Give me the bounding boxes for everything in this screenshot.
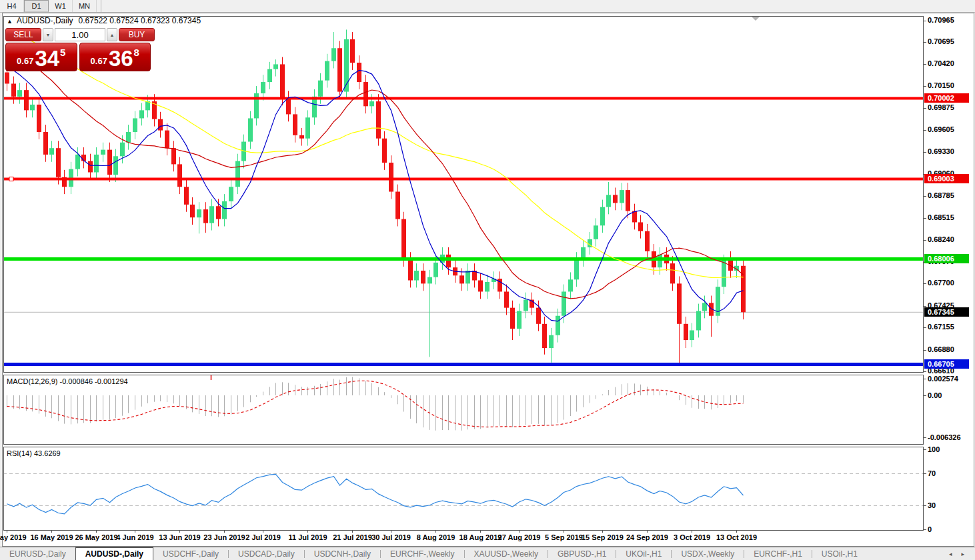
price-axis-label: 0.69605 bbox=[928, 125, 954, 133]
date-axis-label: 5 Sep 2019 bbox=[545, 533, 583, 541]
chart-tab-gbpusd[interactable]: GBPUSD-,H1 bbox=[548, 547, 616, 560]
buy-price-prefix: 0.67 bbox=[91, 56, 107, 66]
price-badge: 0.66705 bbox=[924, 359, 969, 369]
sell-price-button[interactable]: 0.67345 bbox=[5, 43, 77, 71]
chart-tab-bar: EURUSD-,DailyAUDUSD-,DailyUSDCHF-,DailyU… bbox=[0, 547, 975, 560]
date-axis-label: 8 Aug 2019 bbox=[417, 533, 455, 541]
date-axis-label: 21 Jul 2019 bbox=[333, 533, 372, 541]
buy-button[interactable]: BUY bbox=[119, 28, 155, 41]
price-axis-label: 0.70965 bbox=[928, 16, 954, 24]
chart-tab-usdchf[interactable]: USDCHF-,Daily bbox=[153, 547, 228, 560]
price-axis-label: 0.70695 bbox=[928, 37, 954, 45]
date-axis-label: 7 May 2019 bbox=[0, 533, 27, 541]
chevron-up-icon: ▲ bbox=[110, 33, 115, 37]
date-axis-label: 30 Jul 2019 bbox=[371, 533, 411, 541]
price-badge: 0.67345 bbox=[924, 307, 969, 317]
rsi-axis-label: 70 bbox=[928, 469, 936, 477]
volume-increase-button[interactable]: ▲ bbox=[107, 28, 117, 41]
price-axis-label: 0.69330 bbox=[928, 147, 954, 155]
sell-button[interactable]: SELL bbox=[5, 28, 41, 41]
buy-price-sup: 8 bbox=[134, 47, 139, 58]
chart-tab-usdx[interactable]: USDX-,Weekly bbox=[672, 547, 744, 560]
volume-decrease-button[interactable]: ▼ bbox=[43, 28, 53, 41]
price-axis-label: 0.68515 bbox=[928, 213, 954, 221]
mt4-window: H4D1W1MN ▲AUDUSD-,Daily0.67522 0.67524 0… bbox=[0, 0, 975, 560]
chart-tab-usoil[interactable]: USOil-,H1 bbox=[812, 547, 867, 560]
chart-tab-xauusd[interactable]: XAUUSD-,Weekly bbox=[465, 547, 548, 560]
timeframe-button-mn[interactable]: MN bbox=[73, 0, 97, 12]
price-badge: 0.70002 bbox=[924, 93, 969, 103]
timeframe-toolbar: H4D1W1MN bbox=[0, 0, 975, 13]
symbol-title: AUDUSD-,Daily bbox=[17, 16, 73, 25]
toolbar-separator bbox=[101, 0, 101, 12]
sell-price-prefix: 0.67 bbox=[17, 56, 33, 66]
date-axis-label: 3 Oct 2019 bbox=[674, 533, 710, 541]
chart-title: ▲AUDUSD-,Daily0.67522 0.67524 0.67323 0.… bbox=[7, 16, 201, 25]
panel-toggle-icon[interactable]: ▲ bbox=[7, 18, 13, 25]
date-axis-label: 16 May 2019 bbox=[30, 533, 73, 541]
macd-axis-label: 0.00 bbox=[928, 391, 942, 399]
rsi-axis-label: 30 bbox=[928, 501, 936, 509]
price-badge: 0.68006 bbox=[924, 254, 969, 263]
sell-price-big: 34 bbox=[35, 49, 59, 69]
date-axis-label: 11 Jul 2019 bbox=[288, 533, 327, 541]
macd-axis-label: -0.006326 bbox=[928, 433, 961, 441]
buy-price-button[interactable]: 0.67368 bbox=[79, 43, 151, 71]
chart-tab-ukoil[interactable]: UKOil-,H1 bbox=[616, 547, 671, 560]
one-click-trading-panel: SELL ▼ ▲ BUY 0.67345 0.67368 bbox=[5, 28, 151, 71]
price-axis-label: 0.69875 bbox=[928, 103, 954, 111]
price-axis-label: 0.67155 bbox=[928, 323, 954, 331]
timeframe-button-d1[interactable]: D1 bbox=[24, 0, 49, 12]
timeframe-button-w1[interactable]: W1 bbox=[49, 0, 73, 12]
price-axis-label: 0.68785 bbox=[928, 191, 954, 199]
date-axis-label: 15 Sep 2019 bbox=[582, 533, 624, 541]
chart-tab-eurchf[interactable]: EURCHF-,Weekly bbox=[381, 547, 463, 560]
macd-label: MACD(12,26,9) -0.000846 -0.001294 bbox=[7, 377, 128, 385]
price-badge: 0.69003 bbox=[924, 174, 969, 183]
rsi-label: RSI(14) 43.6269 bbox=[7, 449, 61, 457]
macd-axis-label: 0.002574 bbox=[928, 375, 958, 383]
tab-scroll-left-icon[interactable]: ◂ bbox=[949, 551, 952, 557]
date-axis-label: 4 Jun 2019 bbox=[116, 533, 153, 541]
timeframe-button-h4[interactable]: H4 bbox=[0, 0, 24, 12]
chart-window[interactable] bbox=[2, 13, 974, 547]
tab-scroll-right-icon[interactable]: ▸ bbox=[961, 551, 964, 557]
rsi-axis-label: 0 bbox=[928, 525, 932, 533]
date-axis-label: 13 Oct 2019 bbox=[716, 533, 757, 541]
date-axis-label: 24 Sep 2019 bbox=[626, 533, 668, 541]
price-axis-label: 0.70420 bbox=[928, 59, 954, 67]
volume-input[interactable] bbox=[55, 28, 105, 41]
chart-tab-eurchf[interactable]: EURCHF-,H1 bbox=[744, 547, 812, 560]
date-axis-label: 13 Jun 2019 bbox=[159, 533, 200, 541]
buy-price-big: 36 bbox=[109, 49, 133, 69]
price-axis-label: 0.68240 bbox=[928, 235, 954, 243]
date-axis-label: 18 Aug 2019 bbox=[459, 533, 502, 541]
chart-tab-usdcad[interactable]: USDCAD-,Daily bbox=[229, 547, 304, 560]
chart-tab-eurusd[interactable]: EURUSD-,Daily bbox=[0, 547, 75, 560]
chevron-down-icon: ▼ bbox=[46, 33, 51, 37]
price-axis-label: 0.66880 bbox=[928, 345, 954, 353]
chart-tab-usdcnh[interactable]: USDCNH-,Daily bbox=[305, 547, 380, 560]
price-axis-label: 0.70150 bbox=[928, 81, 954, 89]
ohlc-values: 0.67522 0.67524 0.67323 0.67345 bbox=[79, 16, 201, 25]
date-axis-label: 27 Aug 2019 bbox=[498, 533, 541, 541]
chart-tab-audusd[interactable]: AUDUSD-,Daily bbox=[75, 547, 153, 560]
sell-price-sup: 5 bbox=[60, 47, 65, 58]
rsi-axis-label: 100 bbox=[928, 445, 940, 453]
tab-nav: ◂▸ bbox=[938, 547, 975, 560]
price-axis-label: 0.67700 bbox=[928, 279, 954, 287]
date-axis-label: 23 Jun 2019 bbox=[203, 533, 245, 541]
date-axis-label: 26 May 2019 bbox=[75, 533, 117, 541]
date-axis-label: 2 Jul 2019 bbox=[245, 533, 281, 541]
